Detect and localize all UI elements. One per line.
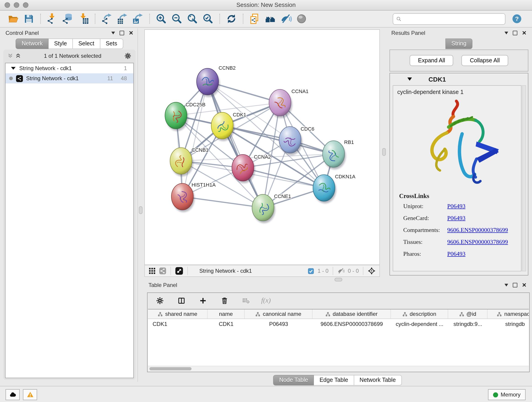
panel-menu-icon[interactable] bbox=[505, 284, 508, 287]
table-hscrollbar-thumb[interactable] bbox=[149, 367, 191, 370]
search-box[interactable] bbox=[393, 13, 505, 25]
gear-button[interactable] bbox=[155, 295, 165, 306]
close-panel-icon[interactable]: ✕ bbox=[522, 30, 526, 36]
column-header-namespace[interactable]: namespace bbox=[488, 309, 529, 319]
crosslink-label: Pharos: bbox=[403, 250, 447, 258]
close-panel-icon[interactable]: ✕ bbox=[129, 30, 133, 36]
grid-view-icon[interactable] bbox=[148, 267, 156, 274]
left-splitter-handle[interactable] bbox=[139, 206, 143, 214]
sphere-button[interactable] bbox=[295, 12, 308, 25]
crosslink-link[interactable]: P06493 bbox=[447, 215, 465, 222]
memory-button[interactable]: Memory bbox=[488, 389, 526, 400]
collection-count: 1 bbox=[124, 65, 127, 71]
export-network-button[interactable] bbox=[100, 12, 113, 25]
eye-slash-button[interactable] bbox=[279, 12, 292, 25]
zoom-selected-button[interactable] bbox=[202, 12, 215, 25]
network-edge-count: 48 bbox=[121, 75, 127, 82]
node-CCNA1[interactable] bbox=[269, 89, 292, 118]
panel-menu-icon[interactable] bbox=[111, 32, 115, 34]
crosslink-link[interactable]: 9606.ENSP00000378699 bbox=[447, 226, 508, 234]
zoom-in-button[interactable] bbox=[155, 12, 168, 25]
collapse-all-networks-icon[interactable] bbox=[7, 53, 13, 59]
column-header-database-identifier[interactable]: database identifier bbox=[312, 309, 391, 319]
open-in-new-window-icon[interactable] bbox=[175, 267, 183, 275]
warnings-button[interactable] bbox=[23, 389, 37, 400]
columns-button[interactable] bbox=[177, 295, 186, 306]
birdseye-view-icon[interactable] bbox=[367, 267, 376, 275]
column-header-name[interactable]: name bbox=[208, 309, 245, 319]
results-panel-title: Results Panel bbox=[391, 30, 425, 36]
open-session-button[interactable] bbox=[7, 12, 20, 25]
edge-CCNB2-HIST1H1A[interactable] bbox=[182, 82, 208, 197]
tab-edge-table[interactable]: Edge Table bbox=[314, 375, 354, 385]
network-collection-row[interactable]: String Network - cdk1 1 bbox=[6, 63, 133, 73]
edge-CDK1-RB1[interactable] bbox=[222, 126, 334, 154]
expand-all-networks-icon[interactable] bbox=[15, 53, 21, 59]
selected-checkbox-icon[interactable] bbox=[307, 268, 314, 274]
add-button[interactable] bbox=[198, 295, 208, 306]
search-input[interactable] bbox=[404, 15, 502, 22]
table-row[interactable]: CDK1CDK1P064939606.ENSP00000378699cyclin… bbox=[148, 319, 529, 329]
float-panel-icon[interactable] bbox=[120, 31, 124, 35]
zoom-out-button[interactable] bbox=[171, 12, 183, 25]
network-options-gear-icon[interactable] bbox=[124, 52, 132, 59]
edge-CCNB2-CCNE1[interactable] bbox=[208, 82, 263, 208]
column-header-shared-name[interactable]: shared name bbox=[148, 309, 208, 319]
collapse-all-button[interactable]: Collapse All bbox=[462, 55, 508, 66]
network-canvas[interactable]: CCNB2 CCNA1 CDC25B CDK1 CDC6 bbox=[144, 29, 380, 265]
export-table-button[interactable] bbox=[116, 12, 129, 25]
collapse-gene-icon[interactable] bbox=[407, 77, 412, 81]
node-CDC6[interactable] bbox=[279, 127, 302, 155]
delete-table-button[interactable] bbox=[241, 295, 251, 306]
tab-style[interactable]: Style bbox=[49, 38, 73, 49]
tab-network-table[interactable]: Network Table bbox=[354, 375, 402, 385]
crosslink-link[interactable]: P06493 bbox=[447, 250, 465, 258]
node-CDKN1A[interactable] bbox=[313, 175, 336, 203]
node-CCNE1[interactable] bbox=[252, 194, 275, 223]
clone-network-button[interactable] bbox=[248, 12, 261, 25]
sphere-icon bbox=[296, 13, 307, 25]
control-panel-tabs: NetworkStyleSelectSets bbox=[1, 38, 138, 49]
crosslink-row: Compartments:9606.ENSP00000378699 bbox=[403, 226, 521, 234]
help-button[interactable]: ? bbox=[512, 14, 522, 24]
column-header-canonical-name[interactable]: canonical name bbox=[245, 309, 312, 319]
node-RB1[interactable] bbox=[323, 141, 346, 169]
gene-card-scrollbar[interactable] bbox=[522, 85, 526, 271]
function-builder-button[interactable]: f(x) bbox=[261, 297, 271, 304]
collapse-collection-icon[interactable] bbox=[11, 67, 16, 70]
crosslink-link[interactable]: 9606.ENSP00000378699 bbox=[447, 238, 508, 246]
houses-button[interactable] bbox=[264, 12, 277, 25]
trash-button[interactable] bbox=[220, 295, 230, 306]
column-header-@id[interactable]: @id bbox=[448, 309, 488, 319]
import-network-from-file-button[interactable] bbox=[46, 12, 59, 25]
hidden-eye-icon[interactable] bbox=[337, 267, 345, 274]
close-panel-icon[interactable]: ✕ bbox=[522, 282, 526, 288]
node-CCNB2[interactable] bbox=[196, 68, 220, 97]
node-CCNB1[interactable] bbox=[170, 148, 193, 176]
float-panel-icon[interactable] bbox=[513, 31, 517, 35]
panel-menu-icon[interactable] bbox=[505, 32, 508, 34]
network-row-selected[interactable]: String Network - cdk1 11 48 bbox=[6, 73, 133, 83]
tab-network[interactable]: Network bbox=[16, 38, 49, 49]
refresh-network-button[interactable] bbox=[225, 12, 238, 25]
tab-node-table[interactable]: Node Table bbox=[273, 375, 314, 385]
expand-all-button[interactable]: Expand All bbox=[410, 55, 453, 66]
crosslink-link[interactable]: P06493 bbox=[447, 203, 465, 210]
tab-select[interactable]: Select bbox=[73, 38, 100, 49]
node-HIST1H1A[interactable] bbox=[171, 183, 195, 212]
tab-sets[interactable]: Sets bbox=[100, 38, 123, 49]
import-network-from-file-icon bbox=[46, 13, 58, 25]
cytoscape-window: Session: New Session ? Control Panel ✕ N… bbox=[0, 0, 532, 402]
export-image-button[interactable] bbox=[132, 12, 144, 25]
right-splitter-handle[interactable] bbox=[382, 148, 386, 156]
zoom-fit-button[interactable] bbox=[186, 12, 199, 25]
column-header-description[interactable]: description bbox=[391, 309, 448, 319]
cloud-button[interactable] bbox=[6, 389, 20, 400]
import-network-from-database-button[interactable] bbox=[61, 12, 74, 25]
node-CDK1[interactable] bbox=[211, 112, 234, 141]
float-panel-icon[interactable] bbox=[513, 283, 517, 287]
node-label-CDC6: CDC6 bbox=[301, 126, 314, 132]
tab-string[interactable]: String bbox=[445, 38, 472, 49]
save-session-button[interactable] bbox=[22, 12, 35, 25]
import-table-from-file-button[interactable] bbox=[77, 12, 90, 25]
